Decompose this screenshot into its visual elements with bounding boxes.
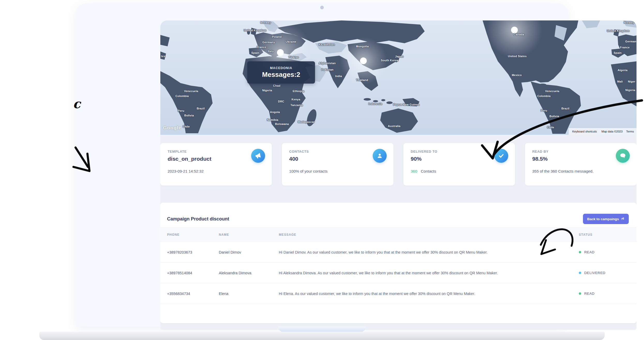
terms-link[interactable]: Terms — [626, 130, 634, 133]
macedonia-marker — [277, 49, 284, 56]
table-header: PHONE NAME MESSAGE STATUS — [160, 227, 636, 242]
map-country-label: Bolivia — [549, 115, 559, 118]
message-cell: Hi Daniel Dimov. As our valued customer,… — [279, 250, 579, 254]
phone-cell: +38978514084 — [167, 271, 219, 275]
check-icon — [494, 149, 508, 163]
back-to-campaigns-button[interactable]: Back to campaings — [583, 214, 629, 224]
map-country-label: Venezuela — [545, 90, 559, 93]
table-row: +38978203673 Daniel Dimov Hi Daniel Dimo… — [160, 242, 636, 263]
map-tooltip: MACEDONIA Messages:2 — [247, 61, 315, 84]
message-cell: Hi Aleksandra Dimova. As our valued cust… — [279, 271, 579, 275]
map-country-label: Norway — [624, 21, 634, 24]
column-header-message: MESSAGE — [279, 233, 579, 236]
map-country-label: France — [257, 46, 266, 49]
map-country-label: Mali — [617, 80, 623, 83]
map-country-label: Brazil — [561, 107, 569, 110]
phone-cell: +38978203673 — [167, 250, 219, 254]
map-country-label: Tanzania — [290, 104, 303, 107]
campaign-title: Campaign Product discount — [167, 216, 229, 222]
map-country-label: Colombia — [537, 94, 551, 98]
map-country-label: Venezuela — [184, 90, 198, 93]
status-label: DELIVERED — [584, 271, 605, 275]
card-template: TEMPLATE disc_on_product 2023-09-21 14:5… — [160, 143, 272, 186]
chat-bubble-icon — [616, 149, 630, 163]
map-country-label: Indonesia — [368, 102, 382, 105]
map-country-label: Canada — [514, 33, 524, 36]
map-country-label: Brazil — [197, 107, 205, 110]
map-country-label: Peru — [178, 109, 184, 112]
campaign-panel: Campaign Product discount Back to campai… — [160, 203, 636, 323]
map-country-label: Kenya — [291, 98, 300, 101]
map-country-label: Algeria — [618, 69, 628, 72]
name-cell: Aleksandra Dimova — [219, 271, 279, 275]
map-country-label: Chad — [273, 84, 280, 87]
status-cell: READ — [579, 292, 636, 295]
world-map[interactable]: NorwayUnited KingdomPolandGermanyUkraine… — [160, 20, 636, 135]
name-cell: Daniel Dimov — [219, 250, 279, 254]
name-cell: Elena — [219, 292, 279, 296]
map-country-label: Bolivia — [184, 114, 194, 117]
status-dot — [579, 251, 581, 253]
card-subtext: 100% of your contacts — [289, 169, 386, 173]
asia-marker — [360, 57, 367, 64]
map-country-label: Thailand — [356, 78, 368, 82]
page: NorwayUnited KingdomPolandGermanyUkraine… — [0, 0, 644, 340]
map-country-label: Spain — [614, 51, 622, 54]
map-country-label: tes — [161, 55, 166, 58]
column-header-name: NAME — [219, 233, 279, 236]
column-header-phone: PHONE — [167, 233, 219, 236]
status-cell: READ — [579, 250, 636, 254]
stats-row: TEMPLATE disc_on_product 2023-09-21 14:5… — [160, 143, 636, 186]
back-button-label: Back to campaings — [587, 217, 619, 221]
column-header-status: STATUS — [579, 233, 636, 236]
map-country-label: United Kingdom — [607, 29, 630, 32]
tooltip-messages: Messages:2 — [262, 71, 300, 79]
card-subtext: 355 of the 360 Contacts messaged. — [532, 169, 629, 173]
card-delivered: DELIVERED TO 90% 360Contacts — [403, 143, 515, 186]
map-country-label: Germany — [625, 40, 636, 43]
map-country-label: France — [620, 46, 630, 49]
map-country-label: Kazakhstan — [318, 43, 335, 46]
table-row: +38978514084 Aleksandra Dimova Hi Aleksa… — [160, 263, 636, 283]
map-country-label: Nigeria — [262, 89, 272, 92]
card-subtext: 360Contacts — [411, 169, 508, 173]
map-country-label: Norway — [260, 21, 271, 24]
status-cell: DELIVERED — [579, 271, 636, 275]
map-country-label: Botswana — [275, 122, 289, 125]
map-country-label: Ukraine — [286, 40, 296, 43]
status-label: READ — [584, 292, 595, 295]
card-value: 98.5% — [532, 156, 629, 162]
card-label: CONTACTS — [289, 150, 386, 153]
map-country-label: Afghanistan — [319, 62, 336, 65]
panel-header: Campaign Product discount Back to campai… — [160, 203, 636, 227]
map-country-label: Australia — [388, 124, 401, 128]
status-label: READ — [584, 250, 595, 254]
map-country-label: United States — [508, 55, 527, 58]
google-logo: Google — [163, 125, 181, 131]
map-country-label: South Korea — [381, 59, 398, 62]
table-row: +3556834734 Elena Hi Elena. As our value… — [160, 283, 636, 304]
card-subtext: 2023-09-21 14:52:32 — [168, 169, 265, 173]
card-read: READ BY 98.5% 355 of the 360 Contacts me… — [525, 143, 636, 186]
map-data-label: Map data ©2023 — [602, 130, 623, 133]
delivered-count: 360 — [411, 169, 417, 173]
megaphone-icon — [251, 149, 265, 163]
webcam-dot — [320, 6, 324, 9]
map-country-label: Namibia — [267, 118, 278, 121]
dashboard-screen: NorwayUnited KingdomPolandGermanyUkraine… — [160, 20, 636, 330]
map-country-label: United Kingdom — [244, 29, 266, 32]
map-country-label: Türkiye — [288, 56, 299, 59]
card-label: TEMPLATE — [168, 150, 265, 153]
card-value: disc_on_product — [168, 156, 265, 162]
map-country-label: Ethiopia — [293, 90, 304, 93]
map-country-label: DRC — [278, 100, 284, 103]
map-attribution: Keyboard shortcuts Map data ©2023 Terms — [569, 128, 636, 135]
map-country-label: Chile — [547, 126, 554, 129]
keyboard-shortcuts-link[interactable]: Keyboard shortcuts — [571, 129, 598, 134]
map-country-label: Pakistan — [321, 68, 334, 71]
map-country-label: Poland — [272, 35, 282, 38]
map-country-label: Colombia — [175, 94, 189, 98]
status-dot — [579, 272, 581, 274]
map-country-label: Spain — [251, 51, 259, 54]
map-country-label: Papua New Guinea — [393, 103, 420, 106]
